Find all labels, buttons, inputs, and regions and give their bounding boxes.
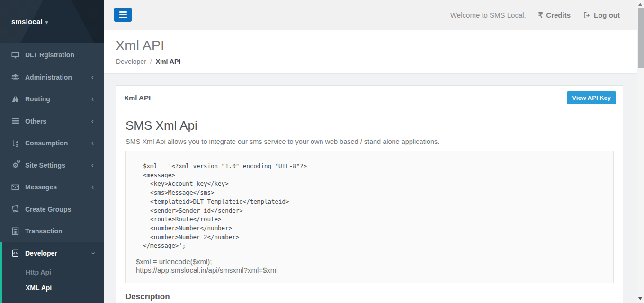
breadcrumb-parent-link[interactable]: Developer: [116, 58, 146, 65]
sidebar-item-dlt-registration[interactable]: DLT Rgistration: [0, 44, 104, 66]
sidebar-item-label: Consumption: [25, 139, 91, 147]
logout-link[interactable]: Log out: [583, 11, 620, 19]
rupee-icon: ₹: [538, 11, 543, 19]
sidebar-item-create-groups[interactable]: Create Groups: [0, 198, 104, 221]
sidebar-toggle-button[interactable]: [114, 8, 132, 22]
code-sample-footer: $xml = urlencode($xml); https://app.smsl…: [136, 258, 604, 275]
envelope-icon: [11, 183, 19, 191]
sidebar-item-label: Others: [25, 117, 91, 125]
sidebar-item-transaction[interactable]: Transaction: [0, 220, 104, 242]
sidebar-subitem-xml-api[interactable]: XML Api: [2, 280, 104, 295]
card-title: Xml API: [124, 94, 151, 102]
page-title: Xml API: [116, 38, 164, 53]
credits-label: Credits: [546, 11, 571, 19]
view-api-key-button[interactable]: View API Key: [567, 91, 616, 104]
caret-down-icon: ▾: [45, 19, 48, 25]
sidebar-menu: DLT Rgistration Administration ‹ Routing…: [0, 43, 104, 303]
sidebar-subitem-http-api[interactable]: Http Api: [2, 264, 104, 280]
card-header: Xml API View API Key: [116, 86, 623, 110]
sidebar-item-label: Transaction: [25, 227, 94, 235]
sidebar-item-consumption[interactable]: AZ Consumption ‹: [0, 132, 104, 154]
road-icon: [11, 95, 19, 103]
page-header: Xml API Developer/Xml API: [104, 30, 637, 74]
gears-icon: ⚙⚙: [11, 161, 19, 169]
submenu-label: Http Api: [26, 268, 51, 276]
breadcrumb: Developer/Xml API: [116, 58, 180, 65]
desktop-icon: [11, 51, 19, 59]
sidebar-item-messages[interactable]: Messages ‹: [0, 176, 104, 198]
chevron-left-icon: ‹: [91, 183, 94, 191]
calculator-icon: [11, 227, 19, 235]
scroll-up-arrow-icon[interactable]: [638, 3, 642, 6]
sort-alpha-icon: AZ: [11, 139, 19, 147]
topbar-right: Welcome to SMS Local. ₹ Credits Log out: [450, 0, 620, 30]
sidebar-item-label: Developer: [25, 250, 91, 257]
sidebar-brand-header: smslocal▾: [0, 0, 104, 43]
breadcrumb-separator: /: [150, 58, 152, 65]
app-window: smslocal▾ DLT Rgistration Administration…: [0, 0, 644, 303]
sidebar-item-others[interactable]: Others ‹: [0, 110, 104, 133]
xml-code-sample: $xml = '<?xml version="1.0" encoding="UT…: [136, 162, 604, 250]
sidebar-item-label: Create Groups: [25, 205, 94, 213]
chevron-left-icon: ‹: [91, 73, 94, 81]
sidebar-item-label: Routing: [25, 95, 91, 103]
chevron-left-icon: ‹: [91, 139, 94, 147]
chevron-left-icon: ‹: [91, 95, 94, 103]
brand-menu[interactable]: smslocal▾: [11, 18, 48, 26]
card-body: SMS Xml Api SMS Xml Api allows you to in…: [116, 110, 623, 302]
brand-name: smslocal: [11, 18, 43, 26]
sidebar-section-developer: Developer ‹ Http Api XML Api: [0, 242, 104, 303]
sign-out-icon: [583, 11, 590, 19]
hamburger-icon: [119, 11, 127, 13]
code-sample-box: $xml = '<?xml version="1.0" encoding="UT…: [125, 151, 614, 283]
scrollbar-thumb[interactable]: [638, 8, 644, 68]
section-description: SMS Xml Api allows you to integrate our …: [125, 138, 614, 145]
credits-link[interactable]: ₹ Credits: [538, 11, 571, 19]
description-heading: Description: [125, 292, 614, 302]
topbar: Welcome to SMS Local. ₹ Credits Log out: [104, 0, 637, 30]
xml-api-card: Xml API View API Key SMS Xml Api SMS Xml…: [116, 85, 623, 303]
vertical-scrollbar[interactable]: [637, 0, 644, 303]
breadcrumb-current: Xml API: [156, 58, 180, 65]
users-icon: [11, 73, 19, 81]
list-icon: [11, 117, 19, 125]
scroll-down-arrow-icon[interactable]: [638, 297, 642, 300]
chevron-left-icon: ‹: [91, 161, 94, 169]
submenu-label: XML Api: [26, 284, 52, 292]
sidebar-item-developer[interactable]: Developer ‹: [2, 242, 104, 265]
svg-text:Z: Z: [16, 143, 18, 147]
sidebar-item-site-settings[interactable]: ⚙⚙ Site Settings ‹: [0, 154, 104, 177]
book-icon: [11, 205, 19, 213]
logout-label: Log out: [594, 11, 620, 19]
file-code-icon: [11, 249, 19, 257]
sidebar-item-label: DLT Rgistration: [25, 51, 94, 59]
sidebar: smslocal▾ DLT Rgistration Administration…: [0, 0, 104, 303]
chevron-left-icon: ‹: [91, 117, 94, 125]
sidebar-item-routing[interactable]: Routing ‹: [0, 88, 104, 110]
sidebar-item-administration[interactable]: Administration ‹: [0, 66, 104, 89]
sidebar-item-label: Messages: [25, 183, 91, 191]
section-title: SMS Xml Api: [125, 118, 614, 133]
sidebar-item-label: Administration: [25, 73, 91, 81]
welcome-text: Welcome to SMS Local.: [450, 11, 526, 19]
chevron-down-icon: ‹: [89, 252, 96, 254]
sidebar-item-label: Site Settings: [25, 161, 91, 169]
